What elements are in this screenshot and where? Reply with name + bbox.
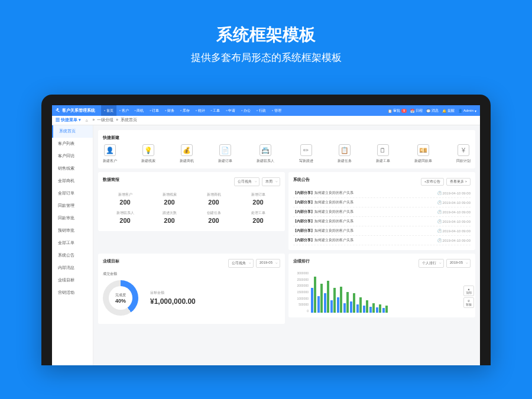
quickcreate-item[interactable]: 💴新建回款单 (414, 144, 432, 164)
stat-item: 新增联系人200 (103, 208, 147, 226)
sidebar-item[interactable]: 回款管理 (52, 200, 93, 212)
reminder-link[interactable]: 🔔提醒 (442, 108, 455, 113)
chart-bar (320, 284, 323, 313)
stat-item: 处理工单200 (236, 208, 280, 226)
goal-month-select[interactable]: 2019-05 (256, 259, 280, 268)
topnav-item[interactable]: ▫ 行政 (254, 105, 269, 116)
sidebar-item[interactable]: 系统首页 (52, 125, 93, 138)
notice-item[interactable]: 【内部分享】如何建立良好的客户关系🕐 2019-04-10 09:00 (293, 217, 471, 226)
topnav-item[interactable]: ▫ 管理 (269, 105, 284, 116)
rank-card: 业绩排行 个人排行 2019-05 3000000250000020000001… (288, 254, 475, 317)
publish-notice-button[interactable]: +发布公告 (421, 178, 444, 186)
user-menu[interactable]: 👤Admin▾ (458, 109, 476, 113)
quickcreate-item[interactable]: 📋新建任务 (338, 144, 352, 164)
topnav-item[interactable]: ▫ 客户 (116, 105, 132, 116)
laptop-frame: 客户关系管理系统 ▫ 首页▫ 客户▫ 商机▫ 订单▫ 财务▫ 库存▫ 统计▫ 工… (41, 95, 491, 365)
goal-donut-chart: 完成度40% (103, 280, 138, 316)
quickcreate-item[interactable]: 🗒新建工单 (376, 144, 390, 164)
chart-bar (314, 277, 316, 313)
qc-icon: 📇 (259, 144, 271, 156)
qc-icon: 💡 (142, 144, 154, 156)
stat-item: 新增商机200 (192, 190, 236, 208)
sidebar-item[interactable]: 客户回访 (52, 150, 93, 163)
quickcreate-item[interactable]: ¥回款计划 (456, 144, 471, 164)
notice-item[interactable]: 【内部分享】如何建立良好的客户关系🕐 2019-04-10 09:00 (293, 198, 471, 207)
goal-title: 业绩目标 (103, 258, 119, 264)
topnav-item[interactable]: ▫ 库存 (177, 105, 193, 116)
sidebar-item[interactable]: 全部工单 (52, 237, 93, 249)
databrief-title: 数据简报 (103, 177, 119, 183)
chart-bar (385, 306, 388, 313)
topnav-item[interactable]: ▫ 统计 (193, 105, 208, 116)
chart-bar (337, 297, 339, 313)
app-title: 客户关系管理系统 (62, 108, 95, 113)
stat-item: 跟进次数200 (147, 208, 192, 226)
top-nav: ▫ 首页▫ 客户▫ 商机▫ 订单▫ 财务▫ 库存▫ 统计▫ 工单▫ 申请▫ 办公… (101, 105, 388, 116)
content-area: 快捷新建 👤新建客户💡新建线索💰新建商机📄新建订单📇新建联系人✏写新跟进📋新建任… (93, 125, 480, 365)
sidebar-item[interactable]: 销售线索 (52, 163, 93, 175)
quickcreate-item[interactable]: 📇新建联系人 (257, 144, 274, 164)
hero-title: 系统框架模板 (0, 24, 532, 46)
qc-icon: ✏ (300, 144, 312, 156)
sidebar-item[interactable]: 全部商机 (52, 175, 93, 187)
home-icon[interactable]: ⌂ (86, 118, 88, 122)
hero-subtitle: 提供多套布局形态的系统框架模板 (0, 51, 532, 64)
approval-link[interactable]: 📋审批9 (388, 108, 407, 113)
notice-card: 系统公告 +发布公告 查看更多 > 【内部分享】如何建立良好的客户关系🕐 201… (288, 172, 475, 250)
topnav-item[interactable]: ▫ 办公 (238, 105, 254, 116)
message-link[interactable]: 💬消息 (426, 108, 439, 113)
schedule-link[interactable]: 📅日程 (410, 108, 423, 113)
databrief-period-select[interactable]: 本周 (262, 177, 280, 186)
databrief-scope-select[interactable]: 公司视角 (234, 177, 259, 186)
quickmenu-toggle[interactable]: ☰ 快捷菜单 ▾ (56, 118, 81, 123)
stat-item: 创建任务200 (192, 208, 236, 226)
notice-item[interactable]: 【内部分享】如何建立良好的客户关系🕐 2019-04-10 09:00 (293, 236, 471, 245)
topnav-item[interactable]: ▫ 申请 (223, 105, 238, 116)
chart-bar (372, 303, 375, 313)
qc-icon: 📋 (339, 144, 351, 156)
chart-bar (333, 288, 336, 313)
topnav-item[interactable]: ▫ 商机 (132, 105, 147, 116)
notice-item[interactable]: 【内部分享】如何建立良好的客户关系🕐 2019-04-10 09:00 (293, 207, 471, 217)
chart-bar (317, 296, 320, 313)
goal-scope-select[interactable]: 公司视角 (228, 259, 254, 268)
qc-icon: 💴 (417, 144, 429, 156)
chart-bar (346, 292, 349, 313)
rank-month-select[interactable]: 2019-05 (446, 259, 471, 268)
stat-item: 新增线索200 (147, 190, 192, 208)
sidebar-item[interactable]: 内部消息 (52, 262, 93, 274)
quickcreate-item[interactable]: 📄新建订单 (218, 144, 232, 164)
sidebar-item[interactable]: 全部订单 (52, 187, 93, 200)
sidebar-item[interactable]: 营销活动 (52, 287, 93, 299)
topnav-item[interactable]: ▫ 订单 (147, 105, 162, 116)
sub-bar: ☰ 快捷菜单 ▾ ⌂ » 一级分组 » 系统首页 (52, 116, 480, 125)
rank-bar-chart: 3000000250000020000001500000100000050000… (293, 271, 471, 313)
topnav-item[interactable]: ▫ 工单 (208, 105, 223, 116)
breadcrumb: » 一级分组 » 系统首页 (93, 118, 137, 123)
sidebar: 系统首页客户列表客户回访销售线索全部商机全部订单回款管理回款审批预销审批全部工单… (52, 125, 93, 365)
sidebar-item[interactable]: 业绩目标 (52, 274, 93, 287)
chart-bar (382, 308, 385, 313)
quickcreate-item[interactable]: 💰新建商机 (180, 144, 194, 164)
quickcreate-item[interactable]: ✏写新跟进 (299, 144, 313, 164)
sidebar-item[interactable]: 客户列表 (52, 138, 93, 150)
sidebar-item[interactable]: 回款审批 (52, 212, 93, 225)
stat-item: 新增客户200 (103, 190, 147, 208)
topnav-item[interactable]: ▫ 首页 (101, 105, 116, 116)
topnav-item[interactable]: ▫ 财务 (162, 105, 177, 116)
scroll-top-button[interactable]: ▲顶部 (463, 286, 474, 296)
sidebar-item[interactable]: 预销审批 (52, 225, 93, 237)
view-more-button[interactable]: 查看更多 > (446, 178, 471, 186)
sidebar-item[interactable]: 系统公告 (52, 249, 93, 262)
notice-item[interactable]: 【内部分享】如何建立良好的客户关系🕐 2019-04-10 09:00 (293, 189, 471, 198)
notice-item[interactable]: 【内部分享】如何建立良好的客户关系🕐 2019-04-10 09:00 (293, 226, 471, 236)
chart-bar (343, 303, 346, 313)
chart-bar (379, 304, 381, 313)
rank-scope-select[interactable]: 个人排行 (419, 259, 444, 268)
quickcreate-item[interactable]: 💡新建线索 (141, 144, 155, 164)
qc-icon: ¥ (458, 144, 469, 156)
quickcreate-item[interactable]: 👤新建客户 (103, 144, 117, 164)
support-button[interactable]: ✆客服 (463, 297, 474, 308)
chart-bar (350, 301, 352, 313)
app-logo[interactable]: 客户关系管理系统 (56, 108, 95, 113)
